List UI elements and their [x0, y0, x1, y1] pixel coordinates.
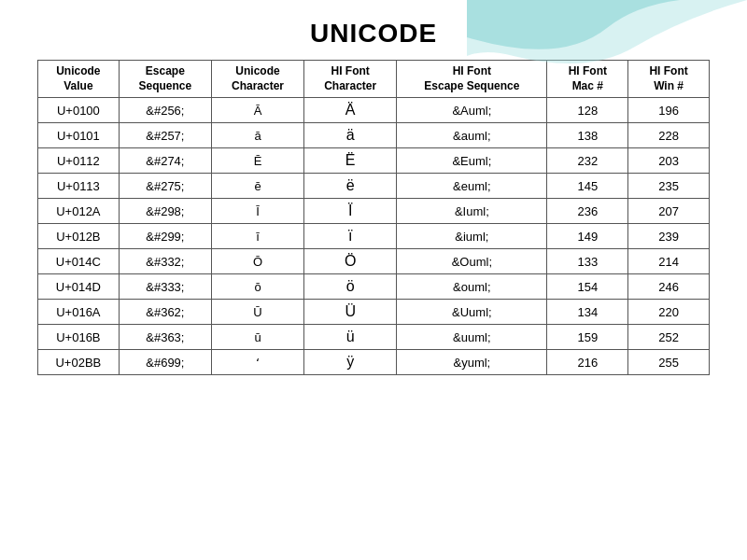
cell-unichar: ē: [211, 174, 303, 199]
cell-escape: &#362;: [119, 300, 211, 325]
cell-win: 207: [628, 199, 710, 224]
cell-unicode: U+012A: [38, 199, 120, 224]
table-row: U+0112&#274;ĒË&Euml;232203: [38, 148, 710, 174]
cell-mac: 134: [547, 300, 628, 325]
cell-mac: 133: [547, 249, 628, 274]
cell-escape: &#333;: [119, 274, 211, 300]
cell-win: 228: [628, 123, 710, 148]
cell-unichar: Ī: [211, 199, 303, 224]
page-title: UNICODE: [0, 19, 747, 49]
cell-hifont-char: Ä: [304, 98, 397, 123]
cell-hifont-char: Ï: [304, 199, 397, 224]
table-wrapper: UnicodeValue EscapeSequence UnicodeChara…: [0, 60, 747, 375]
cell-unicode: U+014C: [38, 249, 120, 274]
cell-hifont-char: ë: [304, 174, 397, 199]
cell-unicode: U+0113: [38, 174, 120, 199]
table-row: U+012A&#298;ĪÏ&Iuml;236207: [38, 199, 710, 224]
cell-win: 252: [628, 325, 710, 350]
cell-hifont-esc: &ouml;: [397, 274, 547, 300]
cell-unichar: ō: [211, 274, 303, 300]
cell-unicode: U+016A: [38, 300, 120, 325]
cell-escape: &#274;: [119, 148, 211, 174]
cell-hifont-char: Ö: [304, 249, 397, 274]
cell-win: 196: [628, 98, 710, 123]
table-row: U+016A&#362;ŪÜ&Uuml;134220: [38, 300, 710, 325]
cell-mac: 154: [547, 274, 628, 300]
cell-escape: &#363;: [119, 325, 211, 350]
cell-unicode: U+012B: [38, 224, 120, 249]
cell-escape: &#332;: [119, 249, 211, 274]
header-unicode-value: UnicodeValue: [38, 61, 120, 98]
cell-hifont-char: ü: [304, 325, 397, 350]
header-escape-sequence: EscapeSequence: [119, 61, 211, 98]
cell-hifont-esc: &yuml;: [397, 350, 547, 375]
cell-unichar: Ā: [211, 98, 303, 123]
cell-mac: 159: [547, 325, 628, 350]
header-unicode-character: UnicodeCharacter: [211, 61, 303, 98]
cell-win: 235: [628, 174, 710, 199]
cell-unichar: Ō: [211, 249, 303, 274]
table-row: U+014C&#332;ŌÖ&Ouml;133214: [38, 249, 710, 274]
cell-win: 214: [628, 249, 710, 274]
cell-hifont-char: Ë: [304, 148, 397, 174]
cell-unichar: ī: [211, 224, 303, 249]
cell-hifont-esc: &Auml;: [397, 98, 547, 123]
header-hifont-character: HI FontCharacter: [304, 61, 397, 98]
cell-win: 203: [628, 148, 710, 174]
cell-unicode: U+014D: [38, 274, 120, 300]
cell-unichar: ʻ: [211, 350, 303, 375]
cell-hifont-char: ä: [304, 123, 397, 148]
unicode-table: UnicodeValue EscapeSequence UnicodeChara…: [37, 60, 710, 375]
cell-unichar: ā: [211, 123, 303, 148]
cell-mac: 138: [547, 123, 628, 148]
cell-unicode: U+0101: [38, 123, 120, 148]
cell-mac: 216: [547, 350, 628, 375]
cell-escape: &#256;: [119, 98, 211, 123]
cell-hifont-esc: &iuml;: [397, 224, 547, 249]
table-row: U+0101&#257;āä&auml;138228: [38, 123, 710, 148]
cell-hifont-char: ö: [304, 274, 397, 300]
header-hifont-escape: HI FontEscape Sequence: [397, 61, 547, 98]
cell-hifont-esc: &uuml;: [397, 325, 547, 350]
cell-unichar: Ē: [211, 148, 303, 174]
cell-unichar: ū: [211, 325, 303, 350]
cell-escape: &#275;: [119, 174, 211, 199]
table-row: U+012B&#299;īï&iuml;149239: [38, 224, 710, 249]
cell-hifont-char: ï: [304, 224, 397, 249]
cell-mac: 236: [547, 199, 628, 224]
cell-unicode: U+016B: [38, 325, 120, 350]
cell-hifont-esc: &Euml;: [397, 148, 547, 174]
cell-hifont-esc: &auml;: [397, 123, 547, 148]
cell-mac: 128: [547, 98, 628, 123]
header-hifont-win: HI FontWin #: [628, 61, 710, 98]
cell-mac: 145: [547, 174, 628, 199]
cell-hifont-esc: &Ouml;: [397, 249, 547, 274]
cell-unicode: U+0100: [38, 98, 120, 123]
cell-win: 239: [628, 224, 710, 249]
cell-escape: &#257;: [119, 123, 211, 148]
table-row: U+014D&#333;ōö&ouml;154246: [38, 274, 710, 300]
cell-win: 246: [628, 274, 710, 300]
cell-hifont-esc: &Uuml;: [397, 300, 547, 325]
cell-win: 255: [628, 350, 710, 375]
table-row: U+0113&#275;ēë&euml;145235: [38, 174, 710, 199]
table-row: U+016B&#363;ūü&uuml;159252: [38, 325, 710, 350]
table-row: U+02BB&#699;ʻÿ&yuml;216255: [38, 350, 710, 375]
cell-win: 220: [628, 300, 710, 325]
cell-hifont-esc: &euml;: [397, 174, 547, 199]
cell-hifont-char: Ü: [304, 300, 397, 325]
header-hifont-mac: HI FontMac #: [547, 61, 628, 98]
cell-escape: &#298;: [119, 199, 211, 224]
cell-mac: 232: [547, 148, 628, 174]
cell-mac: 149: [547, 224, 628, 249]
cell-hifont-esc: &Iuml;: [397, 199, 547, 224]
cell-hifont-char: ÿ: [304, 350, 397, 375]
table-row: U+0100&#256;ĀÄ&Auml;128196: [38, 98, 710, 123]
cell-escape: &#699;: [119, 350, 211, 375]
cell-escape: &#299;: [119, 224, 211, 249]
cell-unichar: Ū: [211, 300, 303, 325]
table-header-row: UnicodeValue EscapeSequence UnicodeChara…: [38, 61, 710, 98]
cell-unicode: U+0112: [38, 148, 120, 174]
cell-unicode: U+02BB: [38, 350, 120, 375]
